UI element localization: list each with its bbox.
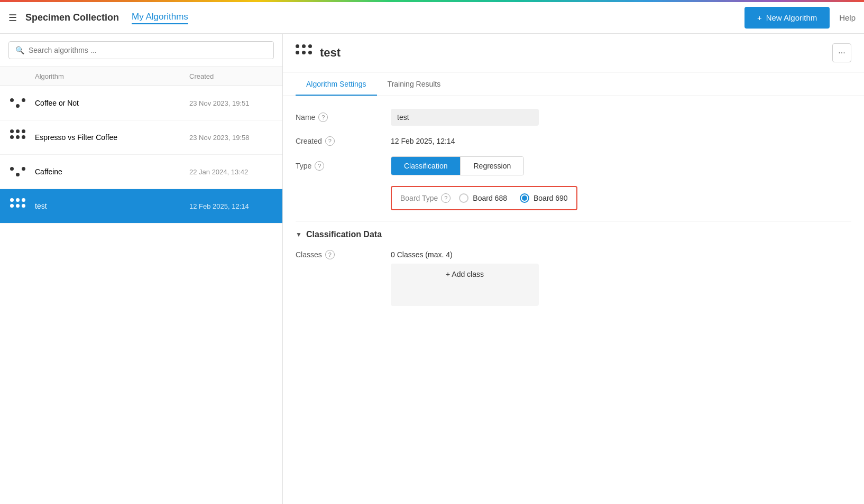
algo-icon-1 bbox=[8, 128, 27, 147]
algo-date-3: 12 Feb 2025, 12:14 bbox=[189, 202, 274, 210]
board-type-label: Board Type ? bbox=[400, 193, 451, 203]
board-type-field-row: Board Type ? Board 688 bbox=[296, 186, 851, 210]
classification-section-title: Classification Data bbox=[306, 230, 382, 239]
board-688-radio bbox=[459, 193, 468, 203]
board-690-option[interactable]: Board 690 bbox=[520, 193, 568, 203]
search-wrapper: 🔍 bbox=[8, 41, 274, 59]
board-688-label: Board 688 bbox=[473, 194, 507, 202]
type-classification-button[interactable]: Classification bbox=[391, 157, 461, 175]
algorithm-row-3[interactable]: test 12 Feb 2025, 12:14 bbox=[0, 189, 282, 223]
right-panel: test ··· Algorithm Settings Training Res… bbox=[283, 34, 864, 504]
algo-header-icon bbox=[296, 44, 312, 61]
algorithm-list: Coffee or Not 23 Nov 2023, 19:51 Espress… bbox=[0, 86, 282, 504]
board-type-container: Board Type ? Board 688 bbox=[391, 186, 577, 210]
search-section: 🔍 bbox=[0, 34, 282, 67]
classes-field-row: Classes ? 0 Classes (max. 4) + Add class bbox=[296, 250, 851, 306]
name-help-icon[interactable]: ? bbox=[318, 113, 328, 122]
new-algorithm-button[interactable]: + New Algorithm bbox=[744, 7, 830, 29]
algo-icon-0 bbox=[8, 94, 27, 113]
board-type-help-icon[interactable]: ? bbox=[441, 193, 451, 203]
menu-icon[interactable]: ☰ bbox=[8, 12, 17, 24]
type-help-icon[interactable]: ? bbox=[315, 161, 324, 171]
type-regression-button[interactable]: Regression bbox=[461, 157, 523, 175]
board-options: Board 688 Board 690 bbox=[459, 193, 567, 203]
algo-date-2: 22 Jan 2024, 13:42 bbox=[189, 168, 274, 176]
algo-header-name: test bbox=[320, 46, 832, 60]
new-algorithm-plus-icon: + bbox=[757, 13, 762, 22]
created-help-icon[interactable]: ? bbox=[325, 136, 335, 146]
name-field-row: Name ? bbox=[296, 109, 851, 126]
section-divider bbox=[296, 221, 851, 221]
main-layout: 🔍 Algorithm Created Coffee or Not 23 Nov… bbox=[0, 34, 864, 504]
algo-name-3: test bbox=[35, 202, 189, 210]
algorithm-row-2[interactable]: Caffeine 22 Jan 2024, 13:42 bbox=[0, 155, 282, 189]
board-690-radio bbox=[520, 193, 529, 203]
tab-training-results[interactable]: Training Results bbox=[377, 72, 452, 96]
help-link[interactable]: Help bbox=[839, 13, 856, 22]
col-header-algorithm: Algorithm bbox=[8, 72, 189, 80]
settings-content: Name ? Created ? 12 Feb 2025, 12:14 bbox=[283, 96, 864, 329]
algo-icon-3 bbox=[8, 197, 27, 216]
algo-name-2: Caffeine bbox=[35, 167, 189, 176]
name-input[interactable] bbox=[391, 109, 539, 126]
algorithm-row-1[interactable]: Espresso vs Filter Coffee 23 Nov 2023, 1… bbox=[0, 120, 282, 155]
classes-box: + Add class bbox=[391, 264, 539, 306]
active-tab[interactable]: My Algorithms bbox=[132, 12, 188, 24]
search-icon: 🔍 bbox=[15, 46, 24, 54]
algo-name-1: Espresso vs Filter Coffee bbox=[35, 133, 189, 142]
tab-algorithm-settings[interactable]: Algorithm Settings bbox=[296, 72, 377, 96]
created-text: 12 Feb 2025, 12:14 bbox=[391, 137, 455, 145]
header: ☰ Specimen Collection My Algorithms + Ne… bbox=[0, 2, 864, 34]
algo-name-0: Coffee or Not bbox=[35, 99, 189, 107]
type-field-row: Type ? Classification Regression bbox=[296, 156, 851, 175]
name-value bbox=[391, 109, 851, 126]
sidebar: 🔍 Algorithm Created Coffee or Not 23 Nov… bbox=[0, 34, 283, 504]
algorithm-row-0[interactable]: Coffee or Not 23 Nov 2023, 19:51 bbox=[0, 86, 282, 120]
created-label: Created ? bbox=[296, 136, 391, 146]
algo-icon-2 bbox=[8, 162, 27, 181]
created-value: 12 Feb 2025, 12:14 bbox=[391, 136, 851, 146]
search-input[interactable] bbox=[29, 46, 267, 54]
col-header-created: Created bbox=[189, 72, 274, 80]
type-buttons: Classification Regression bbox=[391, 156, 524, 175]
more-options-button[interactable]: ··· bbox=[832, 43, 851, 62]
classes-value: 0 Classes (max. 4) + Add class bbox=[391, 250, 851, 306]
type-label: Type ? bbox=[296, 161, 391, 171]
app-title: Specimen Collection bbox=[25, 12, 119, 23]
created-field-row: Created ? 12 Feb 2025, 12:14 bbox=[296, 136, 851, 146]
classes-count-text: 0 Classes (max. 4) bbox=[391, 250, 453, 259]
algo-date-0: 23 Nov 2023, 19:51 bbox=[189, 99, 274, 107]
board-690-radio-fill bbox=[522, 195, 527, 201]
name-label: Name ? bbox=[296, 113, 391, 122]
algo-date-1: 23 Nov 2023, 19:58 bbox=[189, 134, 274, 142]
board-type-container-wrapper: Board Type ? Board 688 bbox=[391, 186, 851, 210]
detail-tabs: Algorithm Settings Training Results bbox=[283, 72, 864, 96]
classes-label: Classes ? bbox=[296, 250, 391, 259]
new-algorithm-label: New Algorithm bbox=[766, 13, 817, 22]
algo-header: test ··· bbox=[283, 34, 864, 72]
board-688-option[interactable]: Board 688 bbox=[459, 193, 507, 203]
board-690-label: Board 690 bbox=[534, 194, 568, 202]
classes-help-icon[interactable]: ? bbox=[325, 250, 335, 259]
chevron-down-icon: ▼ bbox=[296, 231, 302, 238]
table-header: Algorithm Created bbox=[0, 67, 282, 86]
type-value: Classification Regression bbox=[391, 156, 851, 175]
classification-section-header[interactable]: ▼ Classification Data bbox=[296, 230, 851, 239]
add-class-button[interactable]: + Add class bbox=[391, 264, 539, 285]
